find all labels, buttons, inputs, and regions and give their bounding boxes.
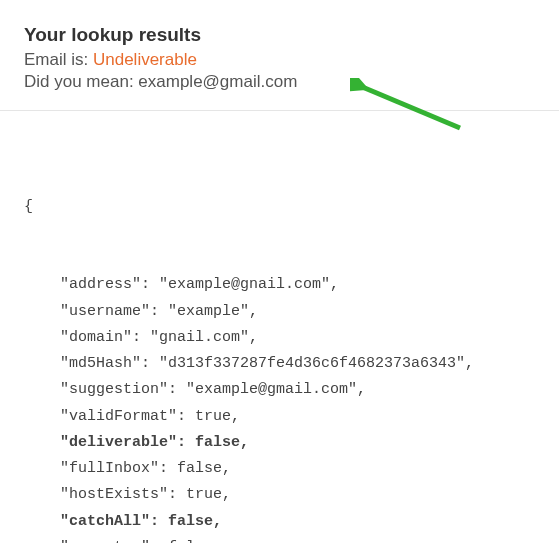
suggestion-line: Did you mean: example@gmail.com	[24, 72, 535, 92]
suggestion-label: Did you mean:	[24, 72, 138, 91]
json-row-username: "username": "example",	[24, 299, 535, 325]
status-line: Email is: Undeliverable	[24, 50, 535, 70]
json-row-md5Hash: "md5Hash": "d313f337287fe4d36c6f4682373a…	[24, 351, 535, 377]
json-row-hostExists: "hostExists": true,	[24, 482, 535, 508]
json-row-domain: "domain": "gnail.com",	[24, 325, 535, 351]
json-row-deliverable: "deliverable": false,	[24, 430, 535, 456]
json-row-suggestion: "suggestion": "example@gmail.com",	[24, 377, 535, 403]
json-row-address: "address": "example@gnail.com",	[24, 272, 535, 298]
json-row-gravatar: "gravatar": false,	[24, 535, 535, 543]
results-header: Your lookup results Email is: Undelivera…	[0, 0, 559, 111]
json-response: { "address": "example@gnail.com","userna…	[0, 111, 559, 543]
suggestion-value: example@gmail.com	[138, 72, 297, 91]
results-title: Your lookup results	[24, 24, 535, 46]
json-open-brace: {	[24, 194, 535, 220]
status-value: Undeliverable	[93, 50, 197, 69]
json-row-fullInbox: "fullInbox": false,	[24, 456, 535, 482]
json-row-catchAll: "catchAll": false,	[24, 509, 535, 535]
status-label: Email is:	[24, 50, 93, 69]
json-row-validFormat: "validFormat": true,	[24, 404, 535, 430]
